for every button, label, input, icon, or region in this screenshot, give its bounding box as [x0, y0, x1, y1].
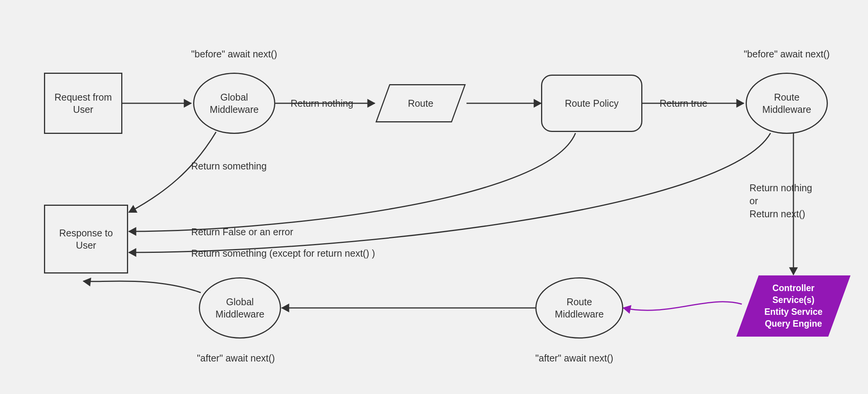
node-global-middleware-after: Global Middleware	[199, 277, 281, 339]
edge-label-return-nothing: Return nothing	[291, 97, 353, 110]
edge-controller-to-route-mw-after	[623, 302, 742, 310]
annotation-before-global: "before" await next()	[191, 48, 277, 61]
node-label: Response to User	[59, 227, 113, 252]
node-global-middleware-before: Global Middleware	[193, 73, 275, 134]
node-route-policy: Route Policy	[541, 75, 642, 132]
edge-label-return-something: Return something	[191, 160, 267, 173]
annotation-after-route: "after" await next()	[535, 352, 613, 365]
diagram-canvas: Request from User Global Middleware Rout…	[0, 0, 868, 394]
node-label: Route	[408, 97, 434, 110]
edge-label-return-true: Return true	[660, 97, 707, 110]
node-label: Global Middleware	[216, 296, 265, 321]
edge-global-mw-after-to-response	[83, 281, 201, 293]
node-label: Request from User	[54, 91, 112, 116]
node-route-middleware-before: Route Middleware	[746, 73, 828, 134]
edge-label-return-nothing-or-next: Return nothing or Return next()	[749, 182, 812, 220]
node-label: Route Middleware	[762, 91, 811, 116]
node-route: Route	[382, 84, 459, 122]
node-request-from-user: Request from User	[44, 73, 122, 134]
node-response-to-user: Response to User	[44, 205, 128, 274]
node-label: Controller Service(s) Entity Service Que…	[764, 282, 822, 330]
node-label: Route Policy	[565, 97, 618, 110]
node-route-middleware-after: Route Middleware	[535, 277, 623, 339]
annotation-after-global: "after" await next()	[197, 352, 275, 365]
edge-label-return-something-except: Return something (except for return next…	[191, 247, 375, 260]
node-controller-service: Controller Service(s) Entity Service Que…	[748, 275, 839, 337]
annotation-before-route: "before" await next()	[744, 48, 830, 61]
edge-route-policy-to-response	[129, 133, 575, 231]
node-label: Global Middleware	[210, 91, 259, 116]
node-label: Route Middleware	[555, 296, 604, 321]
edge-label-return-false-err: Return False or an error	[191, 226, 293, 239]
